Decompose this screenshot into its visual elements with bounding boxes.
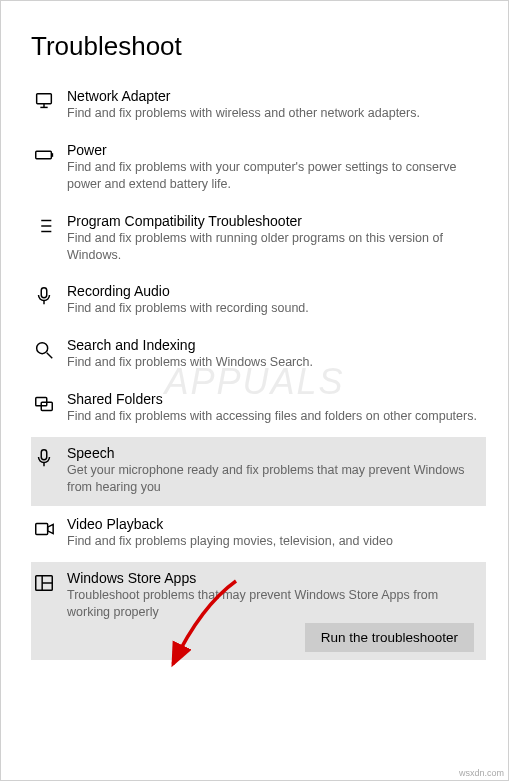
svg-line-14 — [47, 353, 53, 359]
troubleshoot-item-video-playback[interactable]: Video Playback Find and fix problems pla… — [31, 508, 486, 560]
svg-rect-0 — [37, 94, 52, 104]
svg-marker-20 — [48, 524, 53, 533]
item-title: Search and Indexing — [67, 337, 480, 353]
item-title: Recording Audio — [67, 283, 480, 299]
troubleshoot-item-windows-store-apps[interactable]: Windows Store Apps Troubleshoot problems… — [31, 562, 486, 661]
item-title: Video Playback — [67, 516, 480, 532]
svg-rect-3 — [36, 151, 52, 158]
item-title: Speech — [67, 445, 480, 461]
troubleshoot-item-search-indexing[interactable]: Search and Indexing Find and fix problem… — [31, 329, 486, 381]
troubleshoot-item-network-adapter[interactable]: Network Adapter Find and fix problems wi… — [31, 80, 486, 132]
power-icon — [33, 142, 67, 193]
search-icon — [33, 337, 67, 371]
item-title: Network Adapter — [67, 88, 480, 104]
troubleshoot-item-program-compatibility[interactable]: Program Compatibility Troubleshooter Fin… — [31, 205, 486, 274]
troubleshoot-item-power[interactable]: Power Find and fix problems with your co… — [31, 134, 486, 203]
svg-rect-11 — [41, 288, 47, 298]
item-desc: Get your microphone ready and fix proble… — [67, 462, 480, 496]
network-adapter-icon — [33, 88, 67, 122]
item-desc: Find and fix problems with your computer… — [67, 159, 480, 193]
svg-rect-19 — [36, 523, 48, 534]
item-desc: Troubleshoot problems that may prevent W… — [67, 587, 480, 621]
microphone-icon — [33, 283, 67, 317]
troubleshoot-item-recording-audio[interactable]: Recording Audio Find and fix problems wi… — [31, 275, 486, 327]
run-troubleshooter-button[interactable]: Run the troubleshooter — [305, 623, 474, 652]
troubleshoot-item-speech[interactable]: Speech Get your microphone ready and fix… — [31, 437, 486, 506]
footer-text: wsxdn.com — [459, 768, 504, 778]
video-playback-icon — [33, 516, 67, 550]
item-desc: Find and fix problems with accessing fil… — [67, 408, 480, 425]
page-title: Troubleshoot — [31, 31, 486, 62]
item-desc: Find and fix problems with Windows Searc… — [67, 354, 480, 371]
troubleshoot-item-shared-folders[interactable]: Shared Folders Find and fix problems wit… — [31, 383, 486, 435]
item-title: Power — [67, 142, 480, 158]
item-title: Shared Folders — [67, 391, 480, 407]
microphone-icon — [33, 445, 67, 496]
item-desc: Find and fix problems with wireless and … — [67, 105, 480, 122]
program-compatibility-icon — [33, 213, 67, 264]
item-desc: Find and fix problems with recording sou… — [67, 300, 480, 317]
shared-folders-icon — [33, 391, 67, 425]
windows-store-apps-icon — [33, 570, 67, 621]
svg-point-13 — [37, 343, 48, 354]
item-desc: Find and fix problems playing movies, te… — [67, 533, 480, 550]
item-title: Program Compatibility Troubleshooter — [67, 213, 480, 229]
svg-rect-17 — [41, 450, 47, 460]
item-title: Windows Store Apps — [67, 570, 480, 586]
item-desc: Find and fix problems with running older… — [67, 230, 480, 264]
